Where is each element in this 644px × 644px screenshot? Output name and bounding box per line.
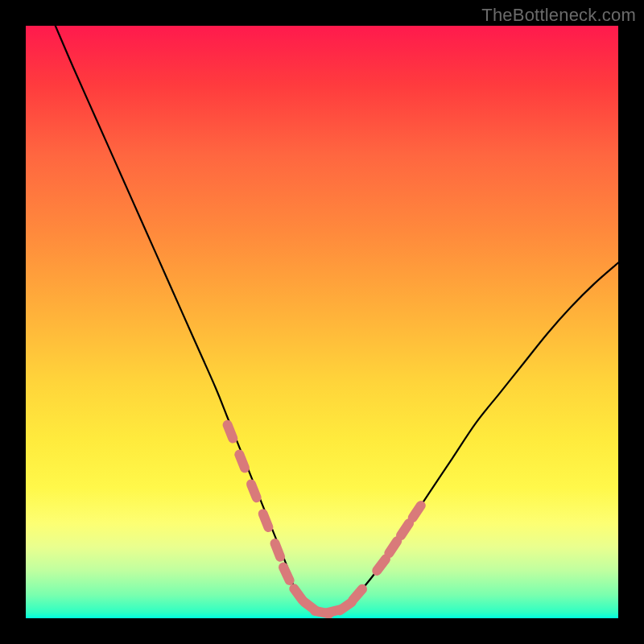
chart-svg (26, 26, 618, 618)
chart-frame: TheBottleneck.com (0, 0, 644, 644)
curve-line (56, 26, 618, 613)
curve-markers (228, 425, 421, 614)
chart-plot-area (26, 26, 618, 618)
watermark-text: TheBottleneck.com (481, 5, 636, 26)
